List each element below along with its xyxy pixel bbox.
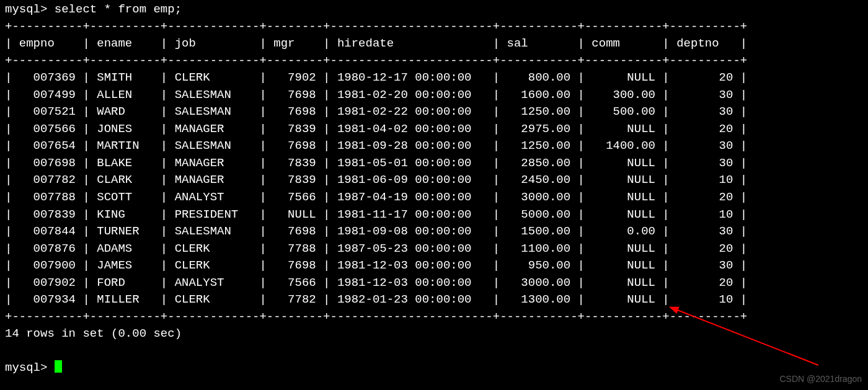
cursor-block [55, 360, 62, 373]
watermark-text: CSDN @2021dragon [779, 373, 862, 385]
terminal-output[interactable]: mysql> select * from emp; +----------+--… [0, 0, 868, 378]
